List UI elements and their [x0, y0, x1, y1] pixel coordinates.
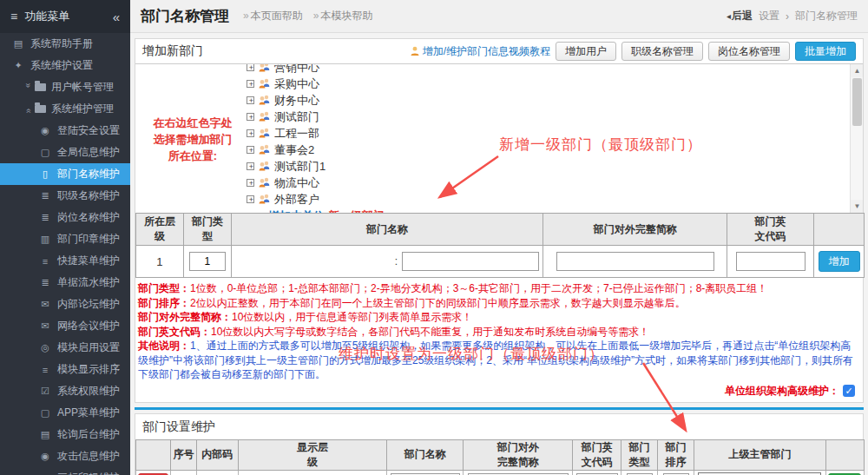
sidebar-item-label: 登陆安全设置 [57, 123, 120, 138]
sidebar-item[interactable]: ▧ 三标印规维护 [0, 467, 130, 475]
tree-node-label: 测试部门1 [274, 159, 326, 175]
sidebar-item[interactable]: ≡ 模块显示排序 [0, 359, 130, 380]
expand-plus-icon[interactable] [247, 146, 254, 154]
sidebar-item[interactable]: ≣ 单据流水维护 [0, 272, 130, 294]
sidebar-item[interactable]: ✉ 内部论坛维护 [0, 294, 130, 315]
department-name-input[interactable] [402, 252, 539, 271]
table-row: 删除 1 100005 [136, 470, 865, 475]
row-code: 100005 [196, 470, 238, 475]
add-button[interactable]: 增加 [819, 251, 860, 272]
tree-node[interactable]: 营销中心 [247, 63, 385, 76]
sidebar-item[interactable]: ▤ 系统帮助手册 [0, 33, 130, 55]
group-people-icon [258, 78, 271, 89]
scroll-up-icon[interactable]: ▲ [851, 64, 863, 77]
sidebar-item[interactable]: ≣ 职级名称维护 [0, 185, 130, 207]
help-note-line: 部门英文代码：10位数以内大写字母或数字结合，各部门代码不能重复，用于通知发布时… [138, 325, 860, 340]
group-people-icon [258, 161, 271, 172]
expand-plus-icon[interactable] [247, 63, 254, 71]
department-table: 序号 内部码 显示层级 部门名称 部门对外完整简称 部门英文代码 部门类型 部门… [135, 439, 865, 475]
expand-plus-icon[interactable] [247, 80, 254, 88]
sidebar-item[interactable]: ≡ 快捷菜单维护 [0, 250, 130, 272]
sidebar-item[interactable]: ▤ 轮询后台维护 [0, 424, 130, 445]
expand-plus-icon[interactable] [247, 129, 254, 137]
sidebar-item[interactable]: ◉ 登陆安全设置 [0, 120, 130, 142]
sidebar-header: ≡ 功能菜单 « [0, 0, 130, 33]
sidebar-item-label: 攻击信息维护 [57, 449, 120, 464]
sidebar-item[interactable]: » 系统维护管理 [0, 98, 130, 120]
tree-node[interactable]: 董事会2 [247, 142, 385, 158]
sidebar-item-label: 岗位名称维护 [57, 210, 120, 225]
toolbar-button[interactable]: 增加用户 [556, 42, 616, 61]
collapse-sidebar-icon[interactable]: « [113, 10, 120, 24]
sidebar-item[interactable]: ◎ 模块启用设置 [0, 337, 130, 359]
breadcrumb-separator: › [786, 10, 789, 23]
group-people-icon [258, 95, 271, 106]
add-top-level-department-link[interactable]: ✎ 增加本单位新一级部门 [255, 208, 385, 213]
menu-item-icon: ≡ [38, 365, 52, 375]
tree-node-label: 财务中心 [274, 93, 319, 109]
sidebar-item[interactable]: ▢ 全局信息维护 [0, 142, 130, 163]
menu-item-icon: ▢ [38, 147, 52, 158]
expand-plus-icon[interactable] [247, 195, 254, 203]
toolbar-button[interactable]: 职级名称管理 [621, 42, 703, 61]
expand-plus-icon[interactable] [247, 162, 254, 170]
group-people-icon [258, 111, 271, 122]
menu-item-icon: ≣ [38, 190, 52, 201]
breadcrumb-settings[interactable]: 设置 [759, 9, 779, 23]
tree-node[interactable]: 外部客户 [247, 191, 385, 208]
batch-add-button[interactable]: 批量增加 [795, 42, 856, 61]
sidebar-item-label: APP菜单维护 [57, 406, 120, 420]
sidebar-item[interactable]: ▢ APP菜单维护 [0, 402, 130, 424]
help-link[interactable]: »本模块帮助 [313, 9, 373, 23]
tree-node[interactable]: 测试部门 [247, 109, 385, 125]
help-link[interactable]: »本页面帮助 [243, 9, 303, 23]
expand-plus-icon[interactable] [247, 113, 254, 121]
main-area: 部门名称管理 »本页面帮助 »本模块帮助 ◂后退 设置 › 部门名称管理 增加新… [130, 0, 868, 475]
sidebar-item-label: 系统维护管理 [51, 102, 114, 116]
tree-node[interactable]: 工程一部 [247, 125, 385, 142]
sidebar-item[interactable]: ✉ 网络会议维护 [0, 315, 130, 337]
short-name-input[interactable] [556, 252, 714, 271]
sidebar-item[interactable]: ✦ 系统维护设置 [0, 55, 130, 76]
sidebar-item[interactable]: ▥ 部门印章维护 [0, 228, 130, 250]
menu-item-icon: ≡ [38, 256, 52, 267]
menu-item-icon: ▤ [38, 429, 52, 440]
type-input[interactable] [189, 252, 226, 271]
table-header-row: 序号 内部码 显示层级 部门名称 部门对外完整简称 部门英文代码 部门类型 部门… [136, 439, 865, 470]
tree-node[interactable]: 财务中心 [247, 92, 385, 109]
advanced-maintain-label: 单位组织架构高级维护： [725, 384, 839, 399]
sidebar-item-label: 三标印规维护 [57, 471, 120, 475]
sidebar-item[interactable]: » 用户帐号管理 [0, 76, 130, 98]
menu-item-icon: ▤ [11, 38, 25, 49]
sidebar-item[interactable]: ☑ 系统权限维护 [0, 380, 130, 402]
col-header-name: 部门名称 [231, 214, 542, 246]
add-form-row: 1 : 增加 [136, 246, 865, 278]
tree-node[interactable]: 物流中心 [247, 175, 385, 191]
tree-node[interactable]: 测试部门1 [247, 158, 385, 175]
expand-plus-icon[interactable] [247, 179, 254, 187]
toolbar-button[interactable]: 岗位名称管理 [708, 42, 790, 61]
video-tutorial-link[interactable]: 增加/维护部门信息视频教程 [410, 44, 550, 59]
sidebar-item[interactable]: ◉ 攻击信息维护 [0, 445, 130, 467]
menu-item-icon: ≣ [38, 277, 52, 288]
sidebar-item-label: 部门印章维护 [57, 232, 120, 247]
folder-icon [35, 83, 46, 91]
chevron-icon: » [23, 105, 33, 114]
hamburger-menu-icon: ≡ [10, 10, 17, 23]
department-tree: 营销中心 采购中心 [247, 63, 385, 213]
sidebar-item[interactable]: ≣ 岗位名称维护 [0, 207, 130, 228]
group-people-icon [258, 194, 271, 205]
advanced-maintain-line: 单位组织架构高级维护： ✓ [138, 382, 860, 402]
tree-node[interactable]: 采购中心 [247, 76, 385, 92]
scroll-down-icon[interactable]: ▼ [851, 200, 863, 213]
advanced-maintain-checkbox[interactable]: ✓ [843, 385, 855, 397]
back-button[interactable]: ◂后退 [727, 9, 753, 23]
row-seq: 1 [170, 470, 196, 475]
scrollbar-thumb[interactable] [852, 78, 862, 126]
en-code-input[interactable] [736, 252, 806, 271]
menu-item-icon: ✉ [38, 299, 52, 310]
tree-scrollbar[interactable]: ▲ ▼ [850, 64, 863, 213]
expand-plus-icon[interactable] [247, 96, 254, 104]
add-department-form: 所在层级 部门类型 部门名称 部门对外完整简称 部门英文代码 1 : [135, 213, 865, 278]
sidebar-item[interactable]: ▯ 部门名称维护 [0, 163, 130, 185]
